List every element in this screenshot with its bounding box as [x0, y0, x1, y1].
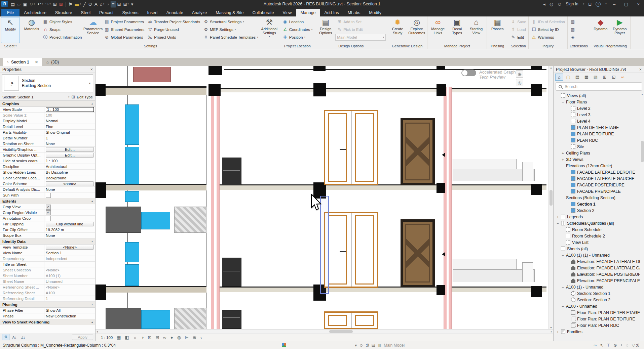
- property-row[interactable]: Detail Level Fine: [0, 124, 95, 130]
- property-value[interactable]: [44, 216, 95, 221]
- tree-expand-icon[interactable]: +: [556, 215, 559, 219]
- property-value[interactable]: A100 (1): [44, 273, 95, 278]
- view-control-icon[interactable]: ◧: [125, 335, 129, 340]
- browser-tree-item[interactable]: FACADE POSTERIEURE: [554, 182, 644, 188]
- browser-tree-item[interactable]: − Sheets (all): [554, 246, 644, 252]
- column-cut[interactable]: [96, 182, 106, 198]
- ribbon-button[interactable]: ⇄ Transfer Project Standards: [146, 18, 201, 26]
- filter-icon[interactable]: ▽: [632, 343, 635, 348]
- edit-type-button[interactable]: ⊞ Edit Type: [71, 94, 93, 99]
- stair-core-wall[interactable]: [106, 207, 141, 233]
- door-frame[interactable]: [324, 110, 378, 185]
- stair-core-wall[interactable]: [106, 308, 141, 329]
- tree-expand-icon[interactable]: −: [561, 100, 564, 104]
- ribbon-big-button[interactable]: ✹ Create Study: [388, 17, 407, 43]
- scroll-left-icon[interactable]: ◂: [97, 330, 98, 333]
- scroll-down-icon[interactable]: ▾: [550, 326, 552, 329]
- cabinet-furniture[interactable]: [222, 258, 241, 287]
- toggle-switch[interactable]: [461, 70, 476, 76]
- ribbon-big-button[interactable]: ⚒ Additional Settings ▾: [260, 17, 279, 43]
- ribbon-button[interactable]: ∩ Snaps: [41, 26, 83, 33]
- browser-tree-item[interactable]: Floor Plan: PLAN RDC: [554, 322, 644, 329]
- ribbon-big-button[interactable]: ∞ Manage Links: [428, 17, 447, 43]
- column-cut[interactable]: [437, 285, 445, 295]
- property-row[interactable]: Phase Filter Show All: [0, 308, 95, 313]
- browser-search-input[interactable]: Search: [556, 82, 642, 91]
- ribbon-button[interactable]: ⊕ Global Parameters: [103, 33, 146, 41]
- ribbon-button[interactable]: ✎ Edit: [509, 33, 527, 41]
- ribbon-button[interactable]: ⓘ Project Information: [41, 33, 83, 41]
- ribbon-tab[interactable]: Steel: [77, 9, 95, 16]
- view-control-icon[interactable]: ⊟: [155, 335, 159, 340]
- column-cut[interactable]: [313, 66, 326, 71]
- view-control-icon[interactable]: ◑: [141, 335, 144, 340]
- ribbon-tab[interactable]: Annotate: [162, 9, 188, 16]
- ribbon-button[interactable]: ∥ IDs of Selection: [530, 18, 566, 26]
- ribbon-panel-label[interactable]: Manage Project: [427, 43, 487, 49]
- qat-button[interactable]: A: [93, 1, 99, 7]
- property-value[interactable]: Architectural: [44, 164, 95, 169]
- property-row[interactable]: Referencing Sheet ... <None>: [0, 285, 95, 290]
- tree-expand-icon[interactable]: −: [561, 196, 564, 200]
- property-row[interactable]: Crop View: [0, 204, 95, 210]
- property-row[interactable]: Annotation Crop: [0, 216, 95, 221]
- browser-tree-item[interactable]: Floor Plan: PLAN DE 1ER ETAGE: [554, 309, 644, 316]
- qat-button[interactable]: ▬ ▾: [74, 1, 82, 7]
- roof-slab[interactable]: [211, 88, 546, 92]
- ribbon-button[interactable]: ▦ Object Styles: [41, 18, 83, 26]
- wall-section[interactable]: [211, 87, 219, 329]
- tree-expand-icon[interactable]: +: [561, 158, 564, 162]
- ribbon-big-button[interactable]: ☁ Parameters Service: [84, 17, 103, 43]
- ribbon-button[interactable]: ✚ Position ▾: [281, 33, 314, 41]
- property-value[interactable]: Edit...: [44, 152, 95, 158]
- browser-tree-item[interactable]: − Schedules/Quantities (all): [554, 220, 644, 226]
- close-project-browser-icon[interactable]: ×: [639, 67, 642, 72]
- qat-button[interactable]: ▣: [22, 1, 28, 7]
- browser-tree-item[interactable]: Section 1: [554, 201, 644, 207]
- ribbon-big-button[interactable]: ▦ Phases: [488, 17, 507, 43]
- ribbon-panel-label[interactable]: Select ▾: [0, 43, 21, 49]
- close-button[interactable]: ×: [635, 2, 642, 7]
- close-properties-icon[interactable]: ×: [90, 67, 93, 72]
- property-value[interactable]: 1 : 100: [44, 107, 95, 112]
- tree-expand-icon[interactable]: −: [561, 164, 564, 168]
- qat-button[interactable]: ⊟: [116, 1, 122, 7]
- concrete-column[interactable]: [125, 191, 139, 202]
- search-icon[interactable]: ◎: [550, 2, 553, 7]
- scroll-up-icon[interactable]: ▴: [641, 93, 643, 96]
- property-value[interactable]: Background: [44, 175, 95, 181]
- browser-toolbar-button[interactable]: ▤: [573, 74, 581, 81]
- design-options-dialog-icon[interactable]: ▥: [378, 343, 381, 348]
- browser-tree-item[interactable]: + Families: [554, 329, 644, 335]
- properties-sort-button[interactable]: Z↓: [20, 334, 27, 340]
- stair-run[interactable]: [174, 308, 206, 329]
- ribbon-button[interactable]: ▨: [569, 26, 578, 33]
- ribbon-big-button[interactable]: ↖ Modify: [1, 17, 20, 43]
- collapse-icon[interactable]: ◂: [543, 2, 545, 7]
- qat-button[interactable]: ▤: [10, 1, 16, 7]
- view-scale-button[interactable]: 1 : 100: [101, 336, 113, 340]
- property-value[interactable]: Clip without line: [44, 221, 95, 227]
- property-value[interactable]: None: [44, 141, 95, 146]
- view-control-icon[interactable]: ⊡: [148, 335, 152, 340]
- property-value[interactable]: [44, 192, 95, 198]
- browser-tree-item[interactable]: − A100 (1) - Unnamed: [554, 284, 644, 290]
- browser-tree-item[interactable]: Site: [554, 143, 644, 150]
- ribbon-panel-label[interactable]: Settings: [21, 43, 280, 49]
- browser-tree-item[interactable]: FACADE PRENCIPALE: [554, 188, 644, 194]
- ribbon-button[interactable]: ◈: [569, 33, 578, 41]
- qat-button[interactable]: [66, 2, 66, 7]
- qat-button[interactable]: ▾: [130, 1, 135, 7]
- ribbon-big-button[interactable]: ◍ Materials: [22, 17, 41, 43]
- browser-tree-item[interactable]: Elevation: FACADE LATERALE GAU: [554, 265, 644, 271]
- property-row[interactable]: Scope Box None: [0, 233, 95, 238]
- property-group-header[interactable]: Phasing ▴: [0, 302, 95, 308]
- property-value[interactable]: 1: [44, 296, 95, 301]
- browser-tree-item[interactable]: + Ceiling Plans: [554, 150, 644, 156]
- cart-icon[interactable]: ⊔: [588, 2, 592, 7]
- help-dropdown-icon[interactable]: ▾: [605, 3, 607, 5]
- property-row[interactable]: Sun Path: [0, 192, 95, 198]
- ribbon-panel-label[interactable]: Extensions: [568, 43, 590, 49]
- roof-element[interactable]: [133, 67, 171, 82]
- tree-expand-icon[interactable]: +: [561, 151, 564, 155]
